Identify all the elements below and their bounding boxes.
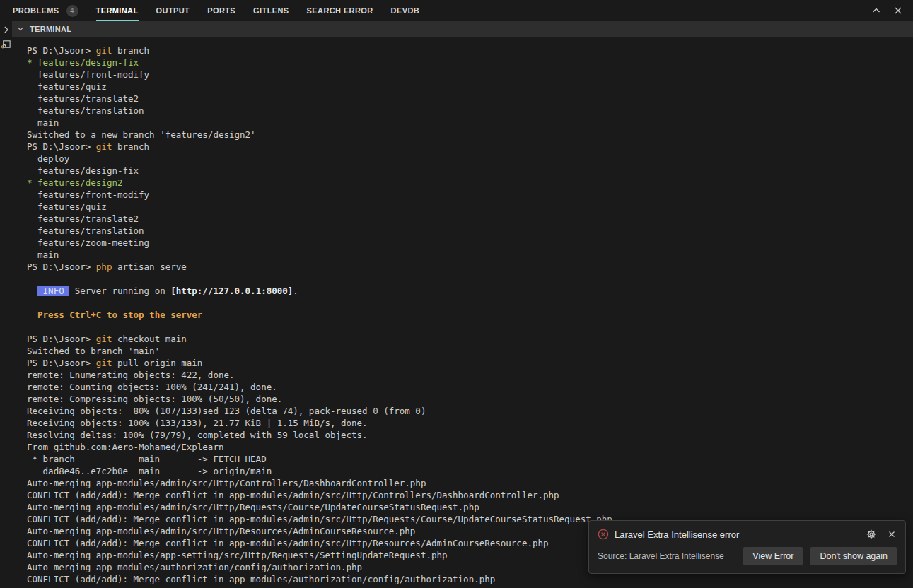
terminal-line: Press Ctrl+C to stop the server (27, 309, 913, 321)
terminal-line: features/front-modify (27, 69, 913, 81)
chevron-down-icon (16, 25, 25, 33)
terminal-line: main (27, 117, 913, 129)
terminal-line: Receiving objects: 80% (107/133)sed 123 … (27, 405, 913, 417)
terminal-line (27, 297, 913, 309)
close-panel-icon[interactable] (892, 5, 904, 16)
panel-tab-label: GITLENS (253, 6, 289, 15)
terminal-line: features/quiz (27, 201, 913, 213)
panel-tab-devdb[interactable]: DEVDB (391, 0, 420, 21)
close-notification-icon[interactable] (887, 529, 897, 539)
terminal-line: PS D:\Jsoor> git branch (27, 45, 913, 57)
terminal-line: features/quiz (27, 81, 913, 93)
terminal-line: main (27, 249, 913, 261)
terminal-line (27, 321, 913, 333)
maximize-panel-icon[interactable] (871, 5, 882, 16)
terminal-line: features/translation (27, 225, 913, 237)
terminal-line: CONFLICT (add/add): Merge conflict in ap… (27, 489, 913, 501)
terminal-line: Auto-merging app-modules/admin/src/Http/… (27, 501, 913, 513)
panel-body: TERMINAL PS D:\Jsoor> git branch* featur… (0, 21, 913, 588)
panel-tab-terminal[interactable]: TERMINAL (96, 0, 139, 21)
vscode-terminal-panel: PROBLEMS4TERMINALOUTPUTPORTSGITLENSSEARC… (0, 0, 913, 588)
terminal-line (27, 273, 913, 285)
panel-controls (871, 5, 904, 16)
panel-tab-output[interactable]: OUTPUT (156, 0, 190, 21)
panel-tab-label: PORTS (207, 6, 235, 15)
gear-icon[interactable] (866, 529, 877, 540)
panel-tab-gitlens[interactable]: GITLENS (253, 0, 289, 21)
terminal-line: features/design-fix (27, 165, 913, 177)
notification-source: Source: Laravel Extra Intellisense (598, 551, 735, 561)
panel-tab-label: TERMINAL (96, 6, 139, 15)
terminal-line: PS D:\Jsoor> git branch (27, 141, 913, 153)
terminal-section-header[interactable]: TERMINAL (12, 21, 913, 37)
terminal-line: features/translate2 (27, 213, 913, 225)
panel-tab-label: PROBLEMS (13, 6, 59, 15)
terminal-line: * features/design-fix (27, 57, 913, 69)
notification-toast: Laravel Extra Intellisense error Source:… (588, 520, 906, 574)
panel-tab-label: DEVDB (391, 6, 420, 15)
view-error-button[interactable]: View Error (743, 547, 803, 565)
terminal-line: PS D:\Jsoor> php artisan serve (27, 261, 913, 273)
panel-tabbar: PROBLEMS4TERMINALOUTPUTPORTSGITLENSSEARC… (0, 0, 913, 21)
terminal-line: PS D:\Jsoor> git checkout main (27, 333, 913, 345)
notification-footer: Source: Laravel Extra Intellisense View … (598, 547, 897, 565)
terminal-line: features/translate2 (27, 93, 913, 105)
terminal-output[interactable]: PS D:\Jsoor> git branch* features/design… (12, 37, 913, 588)
terminal-main: TERMINAL PS D:\Jsoor> git branch* featur… (12, 21, 913, 588)
terminal-line: remote: Compressing objects: 100% (50/50… (27, 393, 913, 405)
notification-title: Laravel Extra Intellisense error (615, 529, 860, 540)
terminal-line: remote: Counting objects: 100% (241/241)… (27, 381, 913, 393)
terminal-line: * features/design2 (27, 177, 913, 189)
chevron-right-icon[interactable] (1, 25, 11, 35)
terminal-line: dad8e46..e7c2b0e main -> origin/main (27, 465, 913, 477)
panel-tab-problems[interactable]: PROBLEMS4 (13, 0, 78, 21)
terminal-line: remote: Enumerating objects: 422, done. (27, 369, 913, 381)
error-icon (598, 529, 609, 540)
panel-tabs: PROBLEMS4TERMINALOUTPUTPORTSGITLENSSEARC… (13, 0, 419, 21)
terminal-line: * branch main -> FETCH_HEAD (27, 453, 913, 465)
terminal-line: INFO Server running on [http://127.0.0.1… (27, 285, 913, 297)
terminal-line: Auto-merging app-modules/admin/src/Http/… (27, 477, 913, 489)
left-strip (0, 21, 12, 588)
terminal-line: PS D:\Jsoor> git pull origin main (27, 357, 913, 369)
terminal-section-label: TERMINAL (30, 25, 71, 33)
terminal-line: From github.com:Aero-Mohamed/Explearn (27, 441, 913, 453)
problems-count-badge: 4 (66, 5, 78, 17)
panel-tab-label: OUTPUT (156, 6, 190, 15)
move-terminal-into-editor-icon[interactable] (1, 39, 11, 49)
terminal-line: features/translation (27, 105, 913, 117)
terminal-line: features/front-modify (27, 189, 913, 201)
terminal-line: deploy (27, 153, 913, 165)
panel-tab-ports[interactable]: PORTS (207, 0, 235, 21)
terminal-line: Receiving objects: 100% (133/133), 21.77… (27, 417, 913, 429)
terminal-line: Switched to a new branch 'features/desig… (27, 129, 913, 141)
terminal-line: CONFLICT (add/add): Merge conflict in ap… (27, 573, 913, 585)
terminal-line: Resolving deltas: 100% (79/79), complete… (27, 429, 913, 441)
terminal-line: features/zoom-meeting (27, 237, 913, 249)
dont-show-again-button[interactable]: Don't show again (810, 547, 897, 565)
panel-tab-label: SEARCH ERROR (307, 6, 373, 15)
terminal-line: Switched to branch 'main' (27, 345, 913, 357)
panel-tab-search-error[interactable]: SEARCH ERROR (307, 0, 373, 21)
notification-header: Laravel Extra Intellisense error (598, 529, 897, 540)
